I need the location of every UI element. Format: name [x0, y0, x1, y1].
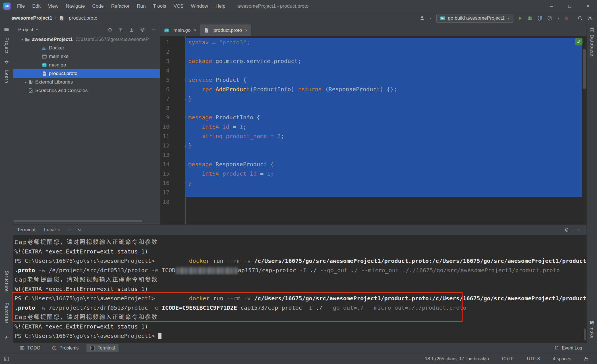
menu-window[interactable]: Window	[187, 0, 212, 12]
editor-scrollbar[interactable]	[583, 49, 586, 89]
line-number[interactable]: 7	[160, 94, 185, 103]
menu-edit[interactable]: Edit	[28, 0, 44, 12]
chevron-down-icon[interactable]	[429, 17, 432, 20]
breadcrumb-file[interactable]: product.proto	[69, 15, 97, 21]
editor-line-3[interactable]: 3package go.micro.service.product;	[160, 57, 582, 66]
menu-file[interactable]: File	[13, 0, 28, 12]
menu-run[interactable]: Run	[133, 0, 149, 12]
terminal-settings-gear-icon[interactable]	[564, 227, 569, 232]
terminal-scrollbar[interactable]	[584, 328, 586, 340]
line-number[interactable]: 2	[160, 47, 185, 57]
editor-line-5[interactable]: 5▾service Product {	[160, 75, 582, 85]
close-icon[interactable]: ×	[245, 28, 248, 33]
line-number[interactable]: 10	[160, 122, 185, 132]
tool-button-project[interactable]: Project	[4, 38, 9, 54]
tree-item-external-libraries[interactable]: ▸External Libraries	[13, 78, 160, 86]
menu-code[interactable]: Code	[88, 0, 107, 12]
line-number[interactable]: 3	[160, 57, 185, 66]
editor-line-13[interactable]: 13	[160, 150, 582, 160]
editor-line-15[interactable]: 15 int64 product_id = 1;	[160, 169, 582, 178]
expand-all-icon[interactable]	[129, 27, 134, 32]
editor-line-6[interactable]: 6 rpc AddProduct(ProductInfo) returns (R…	[160, 85, 582, 94]
line-number[interactable]: 11	[160, 132, 185, 141]
close-icon[interactable]: ×	[58, 227, 60, 232]
line-number[interactable]: 4	[160, 66, 185, 75]
project-tool-icon[interactable]	[4, 27, 9, 32]
menu-view[interactable]: View	[44, 0, 62, 12]
tool-window-button-problems[interactable]: Problems	[48, 344, 82, 352]
database-tool-icon[interactable]	[590, 27, 594, 32]
project-horizontal-scrollbar[interactable]	[14, 220, 142, 222]
tool-button-structure[interactable]: Structure	[4, 271, 9, 292]
chevron-down-icon[interactable]	[557, 17, 560, 20]
line-number[interactable]: 12	[160, 141, 185, 150]
line-number[interactable]: 9	[160, 113, 185, 122]
line-number[interactable]: 17	[160, 188, 185, 197]
tool-button-database[interactable]: Database	[589, 35, 594, 57]
learn-tool-icon[interactable]	[4, 59, 9, 65]
editor-line-10[interactable]: 10 int64 id = 1;	[160, 122, 582, 132]
terminal-dropdown-icon[interactable]	[77, 228, 81, 232]
tree-item-awesomeproject1[interactable]: ▾awesomeProject1C:\Users\16675\go\src\aw…	[13, 35, 160, 44]
settings-gear-icon[interactable]	[587, 16, 592, 21]
fold-marker-icon[interactable]: ▾	[183, 160, 188, 169]
fold-marker-icon[interactable]: ▾	[183, 113, 188, 122]
editor-line-8[interactable]: 8	[160, 103, 582, 113]
tool-window-toggle-icon[interactable]	[4, 356, 9, 361]
editor-line-17[interactable]: 17	[160, 188, 582, 197]
tree-chevron-icon[interactable]: ▸	[23, 80, 28, 84]
line-number[interactable]: 18	[160, 197, 185, 207]
tree-chevron-icon[interactable]: ▾	[20, 38, 24, 41]
line-number[interactable]: 16	[160, 178, 185, 188]
line-number[interactable]: 14	[160, 160, 185, 169]
editor-tab-product-proto[interactable]: product.proto×	[200, 24, 252, 36]
tree-item-scratches-and-consoles[interactable]: Scratches and Consoles	[13, 86, 160, 95]
line-number[interactable]: 15	[160, 169, 185, 178]
panel-settings-gear-icon[interactable]	[140, 27, 145, 32]
editor-tab-main-go[interactable]: main.go×	[160, 24, 200, 36]
code-area[interactable]: 1syntax = "proto3";23package go.micro.se…	[160, 36, 586, 224]
select-opened-file-icon[interactable]	[107, 27, 113, 32]
editor-line-14[interactable]: 14▾message ResponseProduct {	[160, 160, 582, 169]
run-config-select[interactable]: Go go build awesomeProject1	[436, 14, 513, 23]
editor-line-2[interactable]: 2	[160, 47, 582, 57]
editor-line-1[interactable]: 1syntax = "proto3";	[160, 38, 582, 47]
readonly-lock-icon[interactable]	[584, 356, 588, 361]
caret-position[interactable]: 18:1 (265 chars, 17 line breaks)	[425, 356, 489, 361]
line-number[interactable]: 5	[160, 75, 185, 85]
editor-line-11[interactable]: 11 string product_name = 2;	[160, 132, 582, 141]
run-with-coverage-button[interactable]	[537, 15, 543, 21]
menu-help[interactable]: Help	[212, 0, 229, 12]
close-button[interactable]: ×	[579, 0, 597, 12]
editor-line-9[interactable]: 9▾message ProductInfo {	[160, 113, 582, 122]
menu-refactor[interactable]: Refactor	[107, 0, 133, 12]
run-button[interactable]	[518, 16, 523, 21]
fold-marker-icon[interactable]: ▴	[183, 94, 188, 103]
tool-button-favorites[interactable]: Favorites	[4, 303, 9, 324]
tree-item-main-go[interactable]: main.go	[13, 61, 160, 69]
tool-window-button-todo[interactable]: TODO	[16, 344, 44, 352]
search-everywhere-icon[interactable]	[577, 15, 583, 21]
profiler-button[interactable]	[547, 15, 553, 21]
editor-line-7[interactable]: 7▴}	[160, 94, 582, 103]
minimize-button[interactable]: –	[542, 0, 561, 12]
tool-button-learn[interactable]: Learn	[4, 70, 9, 83]
fold-marker-icon[interactable]: ▴	[183, 141, 188, 150]
new-terminal-session-icon[interactable]	[67, 227, 72, 232]
line-number[interactable]: 1	[160, 38, 185, 47]
tool-window-button-terminal[interactable]: Terminal	[86, 344, 119, 352]
tree-item-docker[interactable]: Docker	[13, 44, 160, 52]
breadcrumb-project[interactable]: awesomeProject1	[11, 15, 52, 21]
event-log-button[interactable]: Event Log	[554, 346, 582, 351]
hide-panel-icon[interactable]	[151, 27, 156, 32]
indent-style[interactable]: 4 spaces	[553, 356, 571, 361]
user-account-icon[interactable]	[419, 15, 425, 21]
inspections-ok-icon[interactable]: ✓	[575, 38, 583, 45]
debug-button[interactable]	[527, 15, 533, 21]
tree-item-product-proto[interactable]: product.proto	[13, 69, 160, 78]
line-separator[interactable]: CRLF	[502, 356, 514, 361]
terminal-output[interactable]: Cap老师提醒您，请对照视频输入正确命令和参数%!(EXTRA *exec.Ex…	[13, 235, 586, 343]
favorites-star-icon[interactable]: ★	[5, 335, 8, 340]
line-number[interactable]: 8	[160, 103, 185, 113]
file-encoding[interactable]: UTF-8	[527, 356, 540, 361]
